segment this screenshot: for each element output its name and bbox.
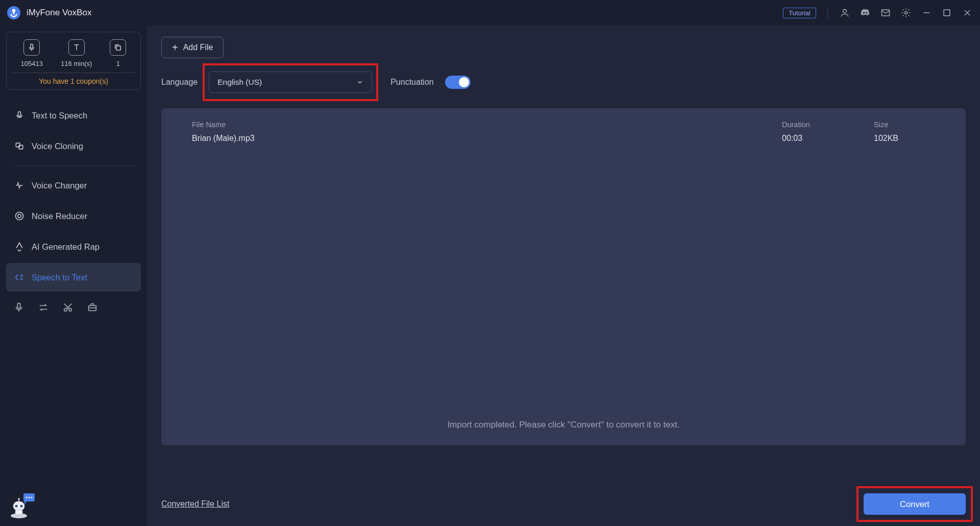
briefcase-icon[interactable] xyxy=(87,302,98,313)
nav-voice-changer[interactable]: Voice Changer xyxy=(6,171,141,200)
punctuation-toggle[interactable] xyxy=(445,76,471,89)
nav: Text to Speech Voice Cloning Voice Chang… xyxy=(6,101,141,292)
stat-count[interactable]: 1 xyxy=(110,39,126,67)
minimize-icon[interactable] xyxy=(921,7,932,18)
tool-row xyxy=(6,302,141,313)
stat-value: 1 xyxy=(116,60,120,67)
separator xyxy=(827,7,828,19)
svg-rect-1 xyxy=(13,12,15,14)
col-size: Size xyxy=(874,121,935,129)
svg-point-23 xyxy=(31,497,33,498)
close-icon[interactable] xyxy=(962,7,973,18)
add-file-label: Add File xyxy=(183,43,213,52)
svg-point-30 xyxy=(18,498,20,500)
nav-label: Speech to Text xyxy=(32,273,87,282)
svg-rect-9 xyxy=(31,44,33,48)
svg-rect-16 xyxy=(17,303,20,308)
stat-minutes[interactable]: 116 min(s) xyxy=(61,39,92,67)
import-message: Import completed. Please click "Convert"… xyxy=(192,415,935,435)
svg-point-2 xyxy=(843,9,847,13)
chat-bot-icon[interactable] xyxy=(6,489,37,520)
converted-file-list-link[interactable]: Converted File List xyxy=(161,499,229,509)
nav-label: AI Generated Rap xyxy=(32,242,100,252)
svg-point-27 xyxy=(20,505,23,508)
settings-icon[interactable] xyxy=(900,7,912,18)
account-icon[interactable] xyxy=(839,7,850,18)
file-header: File Name Duration Size xyxy=(192,121,935,129)
nav-voice-cloning[interactable]: Voice Cloning xyxy=(6,132,141,160)
discord-icon[interactable] xyxy=(860,7,871,18)
app-title: iMyFone VoxBox xyxy=(27,8,92,18)
plus-icon: + xyxy=(172,42,178,53)
cut-icon[interactable] xyxy=(62,302,74,313)
svg-point-26 xyxy=(15,505,18,508)
file-panel: File Name Duration Size Brian (Male).mp3… xyxy=(161,108,966,445)
nav-label: Voice Changer xyxy=(32,181,87,190)
nav-label: Text to Speech xyxy=(32,111,87,121)
chevron-down-icon xyxy=(356,79,363,86)
svg-point-4 xyxy=(905,12,908,14)
nav-speech-to-text[interactable]: Speech to Text xyxy=(6,263,141,292)
file-duration: 00:03 xyxy=(782,134,874,143)
svg-point-22 xyxy=(29,497,30,498)
divider xyxy=(11,165,136,166)
convert-icon[interactable] xyxy=(38,302,49,313)
language-select[interactable]: English (US) xyxy=(209,71,372,93)
coupon-banner[interactable]: You have 1 coupon(s) xyxy=(12,73,135,89)
mail-icon[interactable] xyxy=(880,7,891,18)
svg-rect-28 xyxy=(15,510,22,515)
svg-point-15 xyxy=(18,214,21,218)
nav-ai-rap[interactable]: AI Generated Rap xyxy=(6,232,141,261)
maximize-icon[interactable] xyxy=(941,7,952,18)
svg-point-14 xyxy=(16,212,23,220)
record-icon[interactable] xyxy=(13,302,24,313)
mic-icon xyxy=(23,39,40,56)
punctuation-label: Punctuation xyxy=(390,78,434,87)
copy-icon xyxy=(110,39,126,56)
titlebar: iMyFone VoxBox Tutorial xyxy=(0,0,980,26)
main-panel: + Add File Language English (US) Punctua… xyxy=(147,26,980,526)
language-value: English (US) xyxy=(217,78,262,87)
stat-characters[interactable]: 105413 xyxy=(21,39,43,67)
tutorial-button[interactable]: Tutorial xyxy=(783,8,816,18)
add-file-button[interactable]: + Add File xyxy=(161,37,224,58)
convert-button[interactable]: Convert xyxy=(864,493,966,515)
nav-text-to-speech[interactable]: Text to Speech xyxy=(6,101,141,130)
col-duration: Duration xyxy=(782,121,874,129)
sidebar: 105413 116 min(s) 1 You have 1 coupon(s)… xyxy=(0,26,147,526)
language-label: Language xyxy=(161,78,198,87)
svg-rect-6 xyxy=(944,10,950,16)
svg-rect-10 xyxy=(116,46,120,50)
nav-label: Noise Reducer xyxy=(32,211,87,221)
file-name: Brian (Male).mp3 xyxy=(192,134,782,143)
stat-value: 105413 xyxy=(21,60,43,67)
svg-point-21 xyxy=(26,497,28,498)
col-name: File Name xyxy=(192,121,782,129)
stat-value: 116 min(s) xyxy=(61,60,92,67)
nav-noise-reducer[interactable]: Noise Reducer xyxy=(6,202,141,230)
svg-rect-25 xyxy=(13,501,24,511)
text-icon xyxy=(68,39,85,56)
svg-rect-11 xyxy=(18,112,21,116)
file-size: 102KB xyxy=(874,134,935,143)
nav-label: Voice Cloning xyxy=(32,141,83,151)
app-logo xyxy=(7,6,20,19)
stats-card: 105413 116 min(s) 1 You have 1 coupon(s) xyxy=(6,32,141,90)
file-row[interactable]: Brian (Male).mp3 00:03 102KB xyxy=(192,134,935,143)
toggle-knob xyxy=(459,77,469,87)
